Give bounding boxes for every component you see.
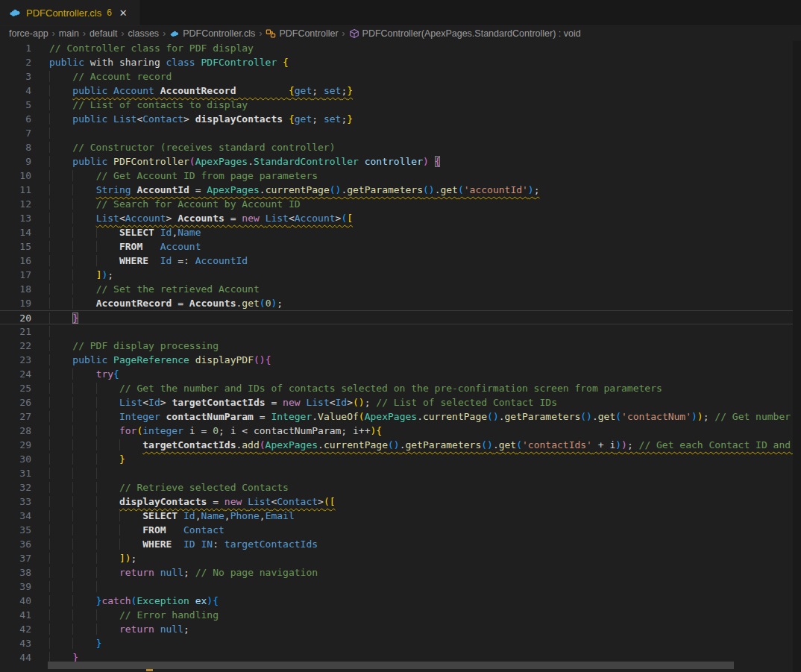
breadcrumb-label: default <box>89 28 118 39</box>
chevron-right-icon: › <box>342 28 345 39</box>
breadcrumb-item-pdfcontroller[interactable]: PDFController <box>266 28 338 39</box>
line-number: 13 <box>0 211 31 225</box>
line-number: 43 <box>0 636 31 650</box>
code-line[interactable]: 1// Controller class for PDF display <box>0 41 801 55</box>
code-line[interactable]: 6 public List<Contact> displayContacts {… <box>0 112 801 126</box>
code-line[interactable]: 16 WHERE Id =: AccountId <box>0 254 801 268</box>
line-number: 36 <box>0 537 31 551</box>
code-line[interactable]: 34 SELECT Id,Name,Phone,Email <box>0 509 801 523</box>
breadcrumb-item-pdfcontroller-cls[interactable]: PDFController.cls <box>169 28 255 39</box>
code-line[interactable]: 2public with sharing class PDFController… <box>0 55 801 69</box>
code-line[interactable]: 32 // Retrieve selected Contacts <box>0 480 801 494</box>
code-line[interactable]: 12 // Search for Account by Account ID <box>0 197 801 211</box>
breadcrumb: force-app›main›default›classes›PDFContro… <box>0 26 801 41</box>
tab-pdfcontroller[interactable]: PDFController.cls 6 ✕ <box>0 0 139 25</box>
line-number: 15 <box>0 239 31 254</box>
code-line[interactable]: 28 for(integer i = 0; i < contactNumPara… <box>0 424 801 438</box>
line-number: 10 <box>0 169 31 183</box>
code-line[interactable]: 24 try{ <box>0 367 801 381</box>
breadcrumb-item-pdfcontroller-apexpages-standa[interactable]: PDFController(ApexPages.StandardControll… <box>349 28 581 39</box>
code-line[interactable]: 43 } <box>0 636 801 650</box>
code-line[interactable]: 14 SELECT Id,Name <box>0 225 801 239</box>
code-line[interactable]: 17 ]); <box>0 268 801 282</box>
line-number: 16 <box>0 254 31 268</box>
code-line[interactable]: 9 public PDFController(ApexPages.Standar… <box>0 154 801 169</box>
line-number: 8 <box>0 140 31 154</box>
code-line[interactable]: 13 List<Account> Accounts = new List<Acc… <box>0 211 801 225</box>
code-editor[interactable]: 1// Controller class for PDF display2pub… <box>0 41 801 672</box>
code-line[interactable]: 37 ]); <box>0 551 801 565</box>
code-line[interactable]: 25 // Get the number and IDs of contacts… <box>0 381 801 395</box>
breadcrumb-item-default[interactable]: default <box>89 28 118 39</box>
chevron-right-icon: › <box>52 28 55 39</box>
chevron-right-icon: › <box>83 28 86 39</box>
code-line[interactable]: 36 WHERE ID IN: targetContactIds <box>0 537 801 551</box>
code-line[interactable]: 3 // Account record <box>0 69 801 84</box>
line-number: 14 <box>0 225 31 239</box>
line-number: 41 <box>0 608 31 622</box>
line-number: 39 <box>0 580 31 594</box>
code-line[interactable]: 7 <box>0 126 801 140</box>
code-line[interactable]: 38 return null; // No page navigation <box>0 565 801 580</box>
line-number: 7 <box>0 126 31 140</box>
scrollbar-warning-mark <box>146 669 153 671</box>
code-line[interactable]: 30 } <box>0 452 801 466</box>
line-number: 38 <box>0 565 31 580</box>
horizontal-scrollbar[interactable] <box>48 662 734 669</box>
line-number: 31 <box>0 466 31 480</box>
line-number: 3 <box>0 69 31 84</box>
line-number: 18 <box>0 282 31 296</box>
code-line[interactable]: 20 } <box>0 310 801 324</box>
code-line[interactable]: 29 targetContactIds.add(ApexPages.curren… <box>0 438 801 452</box>
code-line[interactable]: 8 // Constructor (receives standard cont… <box>0 140 801 154</box>
line-number: 21 <box>0 324 31 339</box>
line-number: 37 <box>0 551 31 565</box>
line-number: 4 <box>0 84 31 98</box>
code-line[interactable]: 21 <box>0 324 801 339</box>
breadcrumb-label: PDFController.cls <box>183 28 255 39</box>
code-line[interactable]: 10 // Get Account ID from page parameter… <box>0 169 801 183</box>
warning-squiggle: List<Account> Accounts = new List<Accoun… <box>96 213 353 224</box>
code-line[interactable]: 26 List<Id> targetContactIds = new List<… <box>0 395 801 409</box>
editor-lines: 1// Controller class for PDF display2pub… <box>0 41 801 665</box>
tab-bar: PDFController.cls 6 ✕ <box>0 0 801 26</box>
line-number: 29 <box>0 438 31 452</box>
code-line[interactable]: 40 }catch(Exception ex){ <box>0 594 801 608</box>
breadcrumb-item-classes[interactable]: classes <box>128 28 159 39</box>
breadcrumb-label: force-app <box>9 28 48 39</box>
line-number: 30 <box>0 452 31 466</box>
code-line[interactable]: 31 <box>0 466 801 480</box>
code-line[interactable]: 19 AccountRecord = Accounts.get(0); <box>0 296 801 310</box>
warning-squiggle: String AccountId = ApexPages.currentPage… <box>96 184 540 195</box>
line-number: 28 <box>0 424 31 438</box>
code-line[interactable]: 15 FROM Account <box>0 239 801 254</box>
code-line[interactable]: 33 displayContacts = new List<Contact>([ <box>0 494 801 509</box>
code-line[interactable]: 11 String AccountId = ApexPages.currentP… <box>0 183 801 197</box>
tab-title: PDFController.cls <box>26 7 101 19</box>
line-number: 2 <box>0 55 31 69</box>
code-line[interactable]: 35 FROM Contact <box>0 523 801 537</box>
line-number: 12 <box>0 197 31 211</box>
breadcrumb-item-main[interactable]: main <box>59 28 79 39</box>
breadcrumb-label: PDFController(ApexPages.StandardControll… <box>362 28 581 39</box>
code-line[interactable]: 27 Integer contactNumParam = Integer.Val… <box>0 409 801 424</box>
code-line[interactable]: 42 return null; <box>0 622 801 636</box>
code-line[interactable]: 39 <box>0 580 801 594</box>
line-number: 6 <box>0 112 31 126</box>
vertical-scrollbar[interactable] <box>793 41 801 672</box>
code-line[interactable]: 23 public PageReference displayPDF(){ <box>0 353 801 367</box>
line-number: 25 <box>0 381 31 395</box>
warning-squiggle: public Account AccountRecord {get; set;} <box>72 85 353 96</box>
breadcrumb-item-force-app[interactable]: force-app <box>9 28 48 39</box>
code-line[interactable]: 5 // List of contacts to display <box>0 98 801 112</box>
code-line[interactable]: 22 // PDF display processing <box>0 339 801 353</box>
breadcrumb-label: PDFController <box>279 28 338 39</box>
code-line[interactable]: 4 public Account AccountRecord {get; set… <box>0 84 801 98</box>
warning-squiggle: displayContacts = new List<Contact>([ <box>119 496 336 507</box>
line-number: 35 <box>0 523 31 537</box>
code-line[interactable]: 18 // Set the retrieved Account <box>0 282 801 296</box>
chevron-right-icon: › <box>121 28 124 39</box>
close-icon[interactable]: ✕ <box>117 7 130 19</box>
line-number: 9 <box>0 154 31 169</box>
code-line[interactable]: 41 // Error handling <box>0 608 801 622</box>
